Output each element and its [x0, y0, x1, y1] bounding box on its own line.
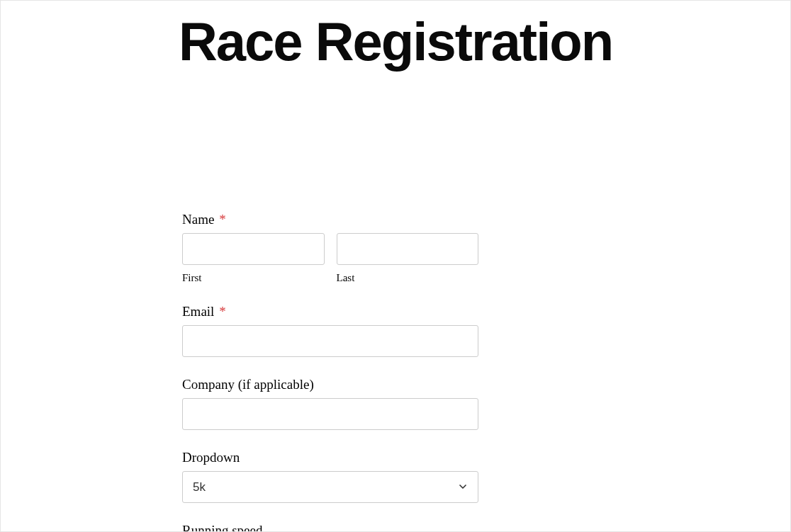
first-name-column: First [182, 233, 325, 284]
distance-select[interactable]: 5k [182, 471, 478, 503]
email-label: Email * [182, 304, 478, 319]
running-speed-field-group: Running speed [182, 523, 478, 532]
dropdown-field-group: Dropdown 5k [182, 450, 478, 503]
name-inputs-row: First Last [182, 233, 478, 284]
email-field-group: Email * [182, 304, 478, 357]
company-label: Company (if applicable) [182, 377, 478, 392]
company-field-group: Company (if applicable) [182, 377, 478, 430]
name-label-text: Name [182, 212, 214, 227]
last-name-column: Last [337, 233, 479, 284]
last-name-input[interactable] [337, 233, 479, 265]
first-name-sublabel: First [182, 272, 325, 284]
required-indicator: * [219, 304, 226, 319]
first-name-input[interactable] [182, 233, 325, 265]
last-name-sublabel: Last [337, 272, 479, 284]
dropdown-select-wrap: 5k [182, 471, 478, 503]
company-input[interactable] [182, 398, 478, 430]
required-indicator: * [219, 212, 226, 227]
page-container: Race Registration Name * First Last Emai… [1, 1, 790, 532]
registration-form: Name * First Last Email * Co [182, 212, 478, 532]
name-field-group: Name * First Last [182, 212, 478, 284]
email-label-text: Email [182, 304, 214, 319]
page-title: Race Registration [1, 13, 790, 70]
dropdown-label: Dropdown [182, 450, 478, 465]
email-input[interactable] [182, 325, 478, 357]
name-label: Name * [182, 212, 478, 227]
running-speed-label: Running speed [182, 523, 478, 532]
